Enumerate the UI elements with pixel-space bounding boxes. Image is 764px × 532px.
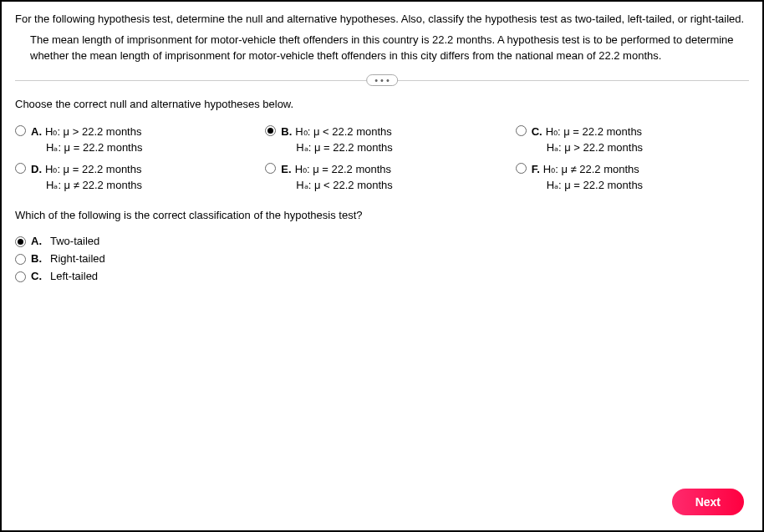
option-a[interactable]: A.H₀: μ > 22.2 months Hₐ: μ = 22.2 month… [15,124,248,156]
hypotheses-options: A.H₀: μ > 22.2 months Hₐ: μ = 22.2 month… [15,124,749,194]
prompt-hypotheses: Choose the correct null and alternative … [15,98,749,110]
classify-b[interactable]: B. Right-tailed [15,252,749,265]
expand-ellipsis-button[interactable]: • • • [366,74,398,86]
question-sub: The mean length of imprisonment for moto… [30,33,749,64]
radio-icon [265,125,276,136]
classify-a[interactable]: A. Two-tailed [15,235,749,247]
next-button[interactable]: Next [672,489,744,515]
radio-icon [15,125,26,136]
option-f[interactable]: F.H₀: μ ≠ 22.2 months Hₐ: μ = 22.2 month… [516,161,749,194]
radio-icon [15,163,26,174]
radio-icon [15,271,26,282]
option-b[interactable]: B.H₀: μ < 22.2 months Hₐ: μ = 22.2 month… [265,124,498,156]
question-main: For the following hypothesis test, deter… [15,12,749,28]
prompt-classification: Which of the following is the correct cl… [15,209,749,221]
radio-icon [265,163,276,174]
radio-icon [516,163,527,174]
classification-options: A. Two-tailed B. Right-tailed C. Left-ta… [15,235,749,282]
radio-icon [15,236,26,247]
divider: • • • [15,74,749,86]
option-c[interactable]: C.H₀: μ = 22.2 months Hₐ: μ > 22.2 month… [516,124,749,156]
option-d[interactable]: D.H₀: μ = 22.2 months Hₐ: μ ≠ 22.2 month… [15,161,248,194]
classify-c[interactable]: C. Left-tailed [15,270,749,282]
radio-icon [516,125,527,136]
radio-icon [15,254,26,265]
option-e[interactable]: E.H₀: μ = 22.2 months Hₐ: μ < 22.2 month… [265,161,498,194]
